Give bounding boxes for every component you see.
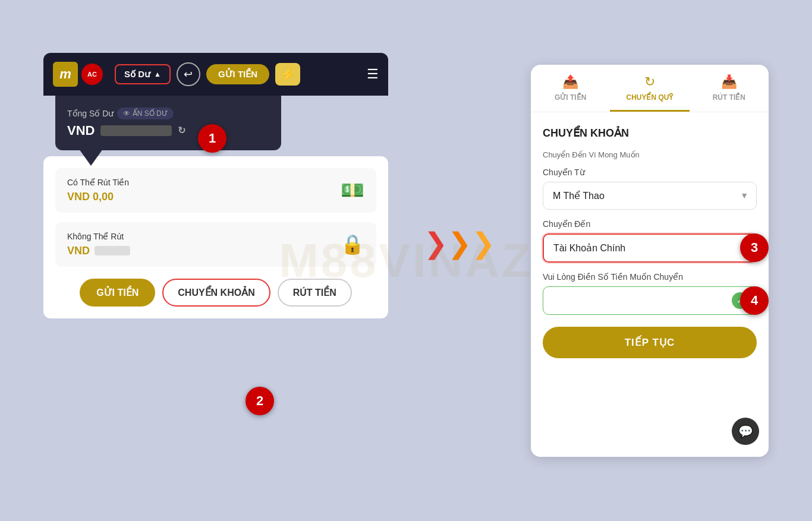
rut-tien-tab-icon: 📥 (721, 74, 737, 90)
arrow-1-icon: ❯ (424, 226, 448, 260)
tab-bar: 📤 GỬI TIỀN ↻ CHUYỂN QUỸ 📥 RÚT TIỀN (531, 65, 769, 112)
arrow-2-icon: ❯ (448, 226, 471, 260)
dropdown-panel: Tổng Số Dư 👁 ẨN SỐ DƯ VND ↻ (55, 96, 281, 150)
menu-button[interactable]: ☰ (367, 67, 379, 82)
chuyen-den-select[interactable]: Tài Khoản Chính (543, 233, 757, 263)
navbar: m AC Số Dư ▲ ↩ GỬI TIỀN ⚡ ☰ (43, 53, 388, 96)
step-badge-4: 4 (740, 286, 769, 315)
non-withdrawable-vnd: VND (67, 245, 90, 257)
chuyen-tu-select-wrapper: M Thể Thao ▼ (543, 182, 757, 210)
chuyen-khoan-button[interactable]: CHUYỂN KHOẢN (162, 279, 270, 307)
left-panel: m AC Số Dư ▲ ↩ GỬI TIỀN ⚡ ☰ 1 Tổng Số Dư… (43, 53, 388, 469)
gui-tien-nav-label: GỬI TIỀN (218, 69, 257, 79)
action-buttons: GỬI TIỀN CHUYỂN KHOẢN RÚT TIỀN (55, 279, 376, 307)
step-badge-2: 2 (246, 387, 274, 415)
chuyen-quy-tab-label: CHUYỂN QUỸ (626, 93, 673, 102)
withdrawable-value: VND 0,00 (67, 191, 129, 203)
right-content: CHUYỂN KHOẢN Chuyển Đến Ví Mong Muốn Chu… (531, 112, 769, 372)
amount-label: Vui Lòng Điền Số Tiền Muốn Chuyển (543, 272, 757, 282)
non-withdrawable-info: Không Thể Rút VND (67, 232, 130, 257)
tab-rut-tien[interactable]: 📥 RÚT TIỀN (690, 74, 769, 112)
gui-tien-tab-label: GỬI TIỀN (555, 93, 586, 102)
tiep-tuc-button[interactable]: TIẾP TỤC (543, 327, 757, 358)
so-du-label: Số Dư (124, 69, 150, 80)
tab-chuyen-quy[interactable]: ↻ CHUYỂN QUỸ (610, 74, 689, 112)
amount-input-wrapper: ✓ 4 (543, 286, 757, 315)
amount-hidden (100, 125, 172, 136)
money-bag-icon: 💵 (341, 179, 364, 201)
chuyen-quy-tab-icon: ↻ (644, 74, 655, 90)
tab-gui-tien[interactable]: 📤 GỬI TIỀN (531, 74, 610, 112)
non-withdrawable-amount-hidden (95, 246, 130, 255)
chuyen-den-wrapper: Tài Khoản Chính ▼ 3 (543, 233, 757, 263)
chuyen-den-label: Chuyển Đến (543, 219, 757, 229)
back-button[interactable]: ↩ (177, 62, 200, 86)
gui-tien-tab-icon: 📤 (562, 74, 578, 90)
arrow-3-icon: ❯ (471, 226, 495, 260)
tiep-tuc-label: TIẾP TỤC (625, 337, 675, 348)
non-withdrawable-label: Không Thể Rút (67, 232, 130, 241)
so-du-button[interactable]: Số Dư ▲ (115, 64, 171, 84)
chuyen-tu-select[interactable]: M Thể Thao (543, 182, 757, 210)
rut-tien-tab-label: RÚT TIỀN (713, 93, 745, 102)
right-panel: 📤 GỬI TIỀN ↻ CHUYỂN QUỸ 📥 RÚT TIỀN CHUYỂ… (531, 65, 769, 457)
logo-ac-icon: AC (81, 64, 103, 85)
locked-money-icon: 🔒 (341, 233, 364, 255)
withdrawable-label: Có Thể Rút Tiền (67, 178, 129, 187)
section-title: CHUYỂN KHOẢN (543, 127, 757, 140)
refresh-icon[interactable]: ↻ (178, 125, 185, 136)
lightning-button[interactable]: ⚡ (275, 63, 300, 86)
vnd-amount: VND ↻ (67, 123, 269, 138)
withdrawable-card: Có Thể Rút Tiền VND 0,00 💵 (55, 168, 376, 213)
tong-so-du-label: Tổng Số Dư 👁 ẨN SỐ DƯ (67, 108, 269, 119)
amount-input[interactable] (543, 286, 757, 315)
chuyen-den-select-wrapper: Tài Khoản Chính ▼ (543, 233, 757, 263)
gui-tien-nav-button[interactable]: GỬI TIỀN (206, 64, 269, 84)
step-badge-3: 3 (740, 233, 769, 262)
rut-tien-button[interactable]: RÚT TIỀN (278, 279, 352, 307)
gui-tien-button[interactable]: GỬI TIỀN (80, 279, 155, 307)
an-so-du-button[interactable]: 👁 ẨN SỐ DƯ (117, 108, 173, 119)
cards-area: Có Thể Rút Tiền VND 0,00 💵 Không Thể Rút… (43, 156, 388, 318)
chat-bubble-button[interactable]: 💬 (732, 418, 759, 445)
navbar-logo: m AC (53, 62, 103, 87)
logo-m-icon: m (53, 62, 78, 87)
non-withdrawable-card: Không Thể Rút VND 🔒 (55, 222, 376, 267)
chuyen-tu-label: Chuyển Từ (543, 168, 757, 177)
triangle-pointer (79, 149, 103, 166)
subtext: Chuyển Đến Ví Mong Muốn (543, 150, 757, 159)
direction-arrows: ❯ ❯ ❯ (424, 226, 495, 260)
chevron-up-icon: ▲ (154, 70, 161, 78)
withdrawable-info: Có Thể Rút Tiền VND 0,00 (67, 178, 129, 203)
step-badge-1: 1 (198, 124, 226, 153)
